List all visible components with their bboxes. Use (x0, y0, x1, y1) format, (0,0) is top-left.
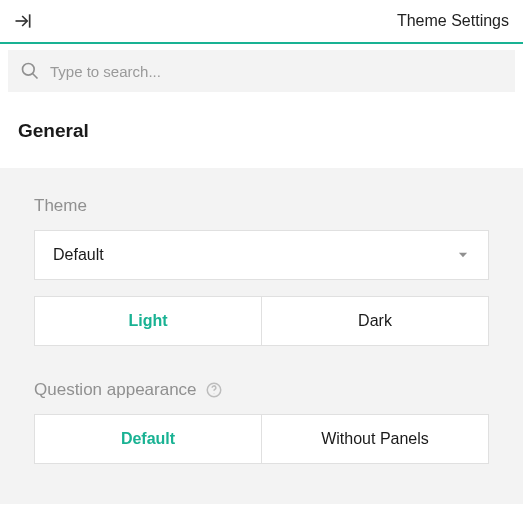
theme-dropdown[interactable]: Default (34, 230, 489, 280)
theme-mode-dark-label: Dark (358, 312, 392, 330)
question-appearance-default-label: Default (121, 430, 175, 448)
svg-line-3 (33, 74, 38, 79)
theme-dropdown-value: Default (53, 246, 104, 264)
theme-mode-dark[interactable]: Dark (262, 296, 489, 346)
question-appearance-without-panels-label: Without Panels (321, 430, 429, 448)
panel-title: Theme Settings (397, 12, 509, 30)
svg-point-6 (213, 393, 214, 394)
field-theme: Theme Default Light Dark (34, 196, 489, 346)
chevron-down-icon (456, 248, 470, 262)
theme-mode-light[interactable]: Light (34, 296, 262, 346)
collapse-panel-icon[interactable] (12, 10, 34, 32)
field-question-appearance: Question appearance Default Without Pane… (34, 380, 489, 464)
question-appearance-label-text: Question appearance (34, 380, 197, 400)
question-appearance-toggle: Default Without Panels (34, 414, 489, 464)
theme-mode-light-label: Light (128, 312, 167, 330)
question-appearance-without-panels[interactable]: Without Panels (262, 414, 489, 464)
question-appearance-default[interactable]: Default (34, 414, 262, 464)
settings-panel: Theme Default Light Dark Question appear… (0, 168, 523, 504)
section-title-general: General (0, 98, 523, 168)
field-label-theme: Theme (34, 196, 489, 216)
theme-mode-toggle: Light Dark (34, 296, 489, 346)
search-icon (20, 61, 40, 81)
search-box[interactable] (8, 50, 515, 92)
help-icon[interactable] (205, 381, 223, 399)
svg-point-2 (23, 64, 35, 76)
theme-label-text: Theme (34, 196, 87, 216)
svg-marker-4 (459, 253, 467, 258)
search-row (0, 42, 523, 98)
search-input[interactable] (50, 63, 503, 80)
field-label-question-appearance: Question appearance (34, 380, 489, 400)
header: Theme Settings (0, 0, 523, 42)
